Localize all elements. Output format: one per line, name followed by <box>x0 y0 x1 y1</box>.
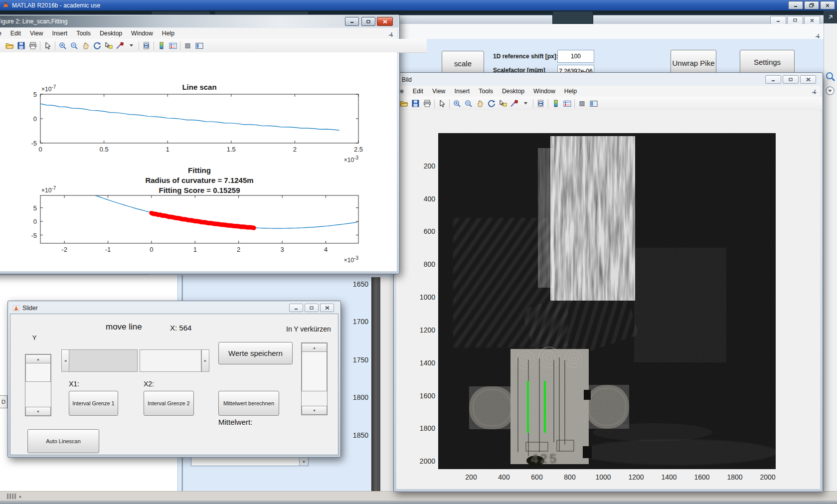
y-slider-right[interactable]: ▲ ▼ <box>301 342 328 415</box>
menu-item[interactable]: Edit <box>6 28 25 39</box>
zoom-out-icon[interactable] <box>463 98 474 109</box>
open-folder-icon[interactable] <box>4 40 15 51</box>
hide-plottools-icon[interactable] <box>182 40 193 51</box>
menu-overflow-icon[interactable] <box>388 30 394 39</box>
maximize-button[interactable] <box>305 304 319 312</box>
zoom-out-icon[interactable] <box>68 40 80 51</box>
up-arrow-button[interactable]: ▲ <box>302 343 327 352</box>
data-cursor-icon[interactable] <box>103 40 114 51</box>
menu-item[interactable]: Edit <box>408 86 428 97</box>
dock-tab[interactable]: D <box>0 395 7 408</box>
close-button[interactable] <box>320 304 334 312</box>
slider-thumb[interactable] <box>302 351 327 391</box>
menu-item[interactable]: View <box>25 28 47 39</box>
menu-item[interactable]: Window <box>529 86 560 97</box>
expand-circle-icon[interactable] <box>825 86 835 98</box>
save-icon[interactable] <box>410 98 421 109</box>
minimize-button[interactable] <box>289 304 303 312</box>
pan-hand-icon[interactable] <box>474 98 486 109</box>
interval-limit1-button[interactable]: Interval Grenze 1 <box>69 391 118 416</box>
settings-button[interactable]: Settings <box>740 50 795 74</box>
auto-linescan-button[interactable]: Auto Linescan <box>27 429 99 453</box>
toolbar-separator <box>40 41 40 50</box>
minimize-button[interactable] <box>345 17 359 26</box>
legend-icon[interactable] <box>561 98 573 109</box>
show-plottools-icon[interactable] <box>193 40 205 51</box>
link-plots-icon[interactable] <box>535 98 546 109</box>
move-line-slider[interactable]: ◄ ► <box>61 349 209 372</box>
rotate-3d-icon[interactable] <box>91 40 103 51</box>
colorbar-icon[interactable] <box>156 40 167 51</box>
pointer-icon[interactable] <box>42 40 53 51</box>
print-icon[interactable] <box>27 40 38 51</box>
mean-label: Mittelwert: <box>218 418 252 426</box>
link-plots-icon[interactable] <box>141 40 152 51</box>
legend-icon[interactable] <box>167 40 178 51</box>
minimize-button[interactable] <box>770 16 786 24</box>
menu-item[interactable]: Help <box>158 28 179 39</box>
measurement-line-left[interactable] <box>527 381 529 433</box>
background-gap <box>380 277 393 491</box>
menu-item[interactable]: Window <box>127 28 158 39</box>
y-slider-left[interactable]: ▲ ▼ <box>25 354 51 416</box>
maximize-button[interactable] <box>804 1 819 9</box>
close-button[interactable] <box>804 16 820 24</box>
save-icon[interactable] <box>15 40 27 51</box>
save-values-button[interactable]: Werte speichern <box>218 342 293 364</box>
down-arrow-button[interactable]: ▼ <box>25 407 51 416</box>
slider-thumb[interactable] <box>25 363 51 382</box>
rotate-3d-icon[interactable] <box>486 98 497 109</box>
slider-thumb[interactable] <box>140 349 201 372</box>
slider-track[interactable] <box>69 349 138 372</box>
brush-icon[interactable] <box>508 98 520 109</box>
pointer-icon[interactable] <box>436 98 448 109</box>
show-plottools-icon[interactable] <box>588 98 599 109</box>
menu-item[interactable]: Desktop <box>95 28 127 39</box>
zoom-in-icon[interactable] <box>451 98 463 109</box>
maximize-button[interactable] <box>361 17 375 26</box>
right-arrow-button[interactable]: ► <box>201 349 209 372</box>
interval-limit2-button[interactable]: Interval Grenze 2 <box>144 391 194 416</box>
menu-item[interactable]: Tools <box>72 28 95 39</box>
data-cursor-icon[interactable] <box>497 98 508 109</box>
x-tick-label: 800 <box>558 473 582 481</box>
menu-item[interactable]: View <box>428 86 450 97</box>
menu-overflow-icon[interactable] <box>811 88 818 97</box>
open-folder-icon[interactable] <box>398 98 410 109</box>
background-scrollbar[interactable] <box>371 277 381 491</box>
pin-arrow-icon[interactable] <box>824 10 837 23</box>
close-button[interactable] <box>820 1 835 9</box>
menu-item[interactable]: Insert <box>47 28 72 39</box>
measurement-line-right[interactable] <box>544 381 546 433</box>
hide-plottools-icon[interactable] <box>576 98 588 109</box>
menu-item[interactable]: File <box>0 28 6 39</box>
brush-icon[interactable] <box>114 40 126 51</box>
print-icon[interactable] <box>421 98 433 109</box>
maximize-button[interactable] <box>787 16 803 24</box>
menu-item[interactable]: Help <box>560 86 581 97</box>
close-button[interactable] <box>377 17 393 26</box>
y-tick-label: 1000 <box>411 293 435 301</box>
up-arrow-button[interactable]: ▲ <box>25 354 51 363</box>
menu-item[interactable]: Insert <box>450 86 474 97</box>
menu-item[interactable]: Tools <box>474 86 498 97</box>
calc-mean-button[interactable]: Mittelwert berechnen <box>218 391 279 416</box>
zoom-in-icon[interactable] <box>57 40 68 51</box>
minimize-button[interactable] <box>788 1 803 9</box>
caret-down-icon[interactable] <box>520 98 531 109</box>
status-grip-icon[interactable]: ▲ <box>7 493 33 500</box>
maximize-button[interactable] <box>783 75 799 84</box>
menu-item[interactable]: Desktop <box>498 86 529 97</box>
minimize-button[interactable] <box>765 75 781 84</box>
ref-shift-input[interactable] <box>557 50 594 63</box>
left-arrow-button[interactable]: ◄ <box>61 349 69 372</box>
colorbar-icon[interactable] <box>550 98 561 109</box>
close-button[interactable] <box>800 75 816 84</box>
chevron-down-icon[interactable]: ▾ <box>299 458 308 466</box>
menu-bar: FileEditViewInsertToolsDesktopWindowHelp <box>0 28 397 39</box>
pan-hand-icon[interactable] <box>80 40 91 51</box>
down-arrow-button[interactable]: ▼ <box>302 406 327 415</box>
caret-down-icon[interactable] <box>126 40 137 51</box>
search-icon[interactable] <box>825 71 836 84</box>
background-dropdown[interactable]: ▾ <box>191 457 309 466</box>
